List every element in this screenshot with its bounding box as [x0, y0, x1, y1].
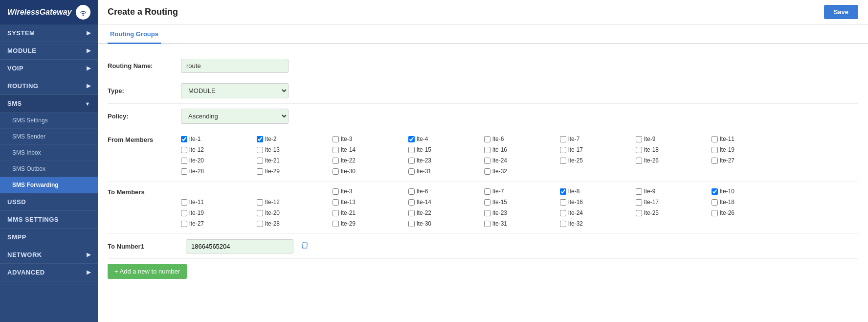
sidebar-item-ussd[interactable]: USSD: [0, 193, 98, 211]
to-member-checkbox-to-lte-30[interactable]: [408, 221, 415, 227]
from-member-label-lte-18: lte-18: [644, 146, 659, 153]
to-member-checkbox-to-lte-13[interactable]: [333, 199, 339, 206]
from-member-checkbox-lte-18[interactable]: [636, 147, 642, 153]
to-member-checkbox-to-lte-32[interactable]: [560, 221, 566, 227]
to-member-checkbox-to-lte-16[interactable]: [560, 199, 566, 206]
to-member-label-to-lte-20: lte-20: [265, 209, 280, 216]
from-member-checkbox-lte-19[interactable]: [712, 147, 718, 153]
from-member-checkbox-lte-25[interactable]: [560, 158, 566, 164]
from-member-lte-27: lte-27: [712, 156, 787, 165]
from-member-checkbox-lte-3[interactable]: [333, 136, 339, 142]
sidebar-item-network[interactable]: NETWORK ▶: [0, 246, 98, 264]
to-member-checkbox-to-lte-10[interactable]: [712, 188, 718, 195]
sidebar-item-voip[interactable]: VOIP ▶: [0, 60, 98, 77]
from-member-lte-20: lte-20: [181, 156, 257, 165]
sidebar-item-module[interactable]: MODULE ▶: [0, 42, 98, 60]
from-member-checkbox-lte-16[interactable]: [484, 147, 490, 153]
to-member-checkbox-to-lte-6[interactable]: [408, 188, 415, 195]
from-member-checkbox-lte-17[interactable]: [560, 147, 566, 153]
from-member-label-lte-17: lte-17: [568, 146, 583, 153]
to-member-checkbox-to-lte-26[interactable]: [712, 210, 718, 216]
sidebar-item-sms[interactable]: SMS ▼: [0, 95, 98, 113]
to-member-checkbox-to-lte-14[interactable]: [408, 199, 415, 206]
sidebar-item-sms-inbox[interactable]: SMS Inbox: [0, 145, 98, 161]
to-member-checkbox-to-lte-18[interactable]: [712, 199, 718, 206]
to-member-checkbox-to-lte-20[interactable]: [257, 210, 263, 216]
from-member-checkbox-lte-31[interactable]: [408, 168, 415, 175]
to-member-checkbox-to-lte-22[interactable]: [408, 210, 415, 216]
from-member-lte-23: lte-23: [408, 156, 484, 165]
from-member-lte-6: lte-6: [484, 134, 560, 144]
to-member-checkbox-to-lte-9[interactable]: [636, 188, 642, 195]
to-member-checkbox-to-lte-3[interactable]: [333, 188, 339, 195]
to-member-checkbox-to-lte-15[interactable]: [484, 199, 490, 206]
from-members-grid: lte-1lte-2lte-3lte-4lte-6lte-7lte-9lte-1…: [181, 134, 858, 176]
from-member-label-lte-27: lte-27: [720, 157, 734, 164]
routing-name-input[interactable]: [181, 59, 289, 73]
save-button[interactable]: Save: [824, 5, 858, 19]
to-member-to-lte-3: lte-3: [333, 186, 408, 196]
from-members-row: From Members lte-1lte-2lte-3lte-4lte-6lt…: [108, 129, 858, 182]
from-member-checkbox-lte-28[interactable]: [181, 168, 187, 175]
to-member-checkbox-to-lte-8[interactable]: [560, 188, 566, 195]
sidebar-item-sms-forwarding[interactable]: SMS Forwarding: [0, 177, 98, 193]
from-member-checkbox-lte-21[interactable]: [257, 158, 263, 164]
sidebar-item-routing[interactable]: ROUTING ▶: [0, 77, 98, 95]
to-member-checkbox-to-lte-12[interactable]: [257, 199, 263, 206]
to-member-checkbox-to-lte-31[interactable]: [484, 221, 490, 227]
to-member-checkbox-to-lte-29[interactable]: [333, 221, 339, 227]
from-member-checkbox-lte-13[interactable]: [257, 147, 263, 153]
to-member-checkbox-to-lte-23[interactable]: [484, 210, 490, 216]
sidebar-item-sms-settings[interactable]: SMS Settings: [0, 113, 98, 129]
to-member-label-to-lte-28: lte-28: [265, 220, 280, 227]
from-member-checkbox-lte-12[interactable]: [181, 147, 187, 153]
sidebar-item-smpp[interactable]: SMPP: [0, 229, 98, 246]
to-member-to-lte-24: lte-24: [560, 208, 636, 218]
from-member-checkbox-lte-11[interactable]: [712, 136, 718, 142]
from-member-checkbox-lte-22[interactable]: [333, 158, 339, 164]
type-select[interactable]: MODULE SIM MANUAL: [181, 83, 289, 98]
from-member-checkbox-lte-7[interactable]: [560, 136, 566, 142]
to-member-checkbox-to-lte-7[interactable]: [484, 188, 490, 195]
tab-routing-groups[interactable]: Routing Groups: [108, 25, 161, 44]
from-member-checkbox-lte-20[interactable]: [181, 158, 187, 164]
from-member-checkbox-lte-27[interactable]: [712, 158, 718, 164]
from-member-checkbox-lte-14[interactable]: [333, 147, 339, 153]
from-member-checkbox-lte-32[interactable]: [484, 168, 490, 175]
to-member-checkbox-to-lte-27[interactable]: [181, 221, 187, 227]
to-member-checkbox-to-lte-24[interactable]: [560, 210, 566, 216]
to-member-checkbox-to-lte-25[interactable]: [636, 210, 642, 216]
to-member-checkbox-to-lte-17[interactable]: [636, 199, 642, 206]
from-member-lte-24: lte-24: [484, 156, 560, 165]
from-member-checkbox-lte-26[interactable]: [636, 158, 642, 164]
to-member-checkbox-to-lte-21[interactable]: [333, 210, 339, 216]
sidebar-item-sms-sender[interactable]: SMS Sender: [0, 129, 98, 145]
sidebar-item-sms-outbox[interactable]: SMS Outbox: [0, 161, 98, 177]
sidebar-item-system[interactable]: SYSTEM ▶: [0, 24, 98, 42]
wifi-icon: [76, 5, 90, 20]
from-member-checkbox-lte-2[interactable]: [257, 136, 263, 142]
from-member-checkbox-lte-1[interactable]: [181, 136, 187, 142]
to-members-label: To Members: [108, 186, 181, 196]
from-member-checkbox-lte-23[interactable]: [408, 158, 415, 164]
from-member-lte-29: lte-29: [257, 166, 333, 176]
sidebar-item-advanced[interactable]: ADVANCED ▶: [0, 264, 98, 281]
to-number-input[interactable]: [186, 239, 293, 253]
add-number-button[interactable]: + Add a new to number: [108, 264, 187, 279]
from-member-checkbox-lte-29[interactable]: [257, 168, 263, 175]
to-member-to-lte-25: lte-25: [636, 208, 712, 218]
from-member-label-lte-19: lte-19: [720, 146, 734, 153]
to-member-checkbox-to-lte-19[interactable]: [181, 210, 187, 216]
to-member-checkbox-to-lte-28[interactable]: [257, 221, 263, 227]
to-member-checkbox-to-lte-11[interactable]: [181, 199, 187, 206]
from-member-checkbox-lte-6[interactable]: [484, 136, 490, 142]
from-member-checkbox-lte-15[interactable]: [408, 147, 415, 153]
from-member-checkbox-lte-24[interactable]: [484, 158, 490, 164]
from-member-checkbox-lte-30[interactable]: [333, 168, 339, 175]
sidebar-item-mms[interactable]: MMS Settings: [0, 211, 98, 229]
from-member-checkbox-lte-9[interactable]: [636, 136, 642, 142]
delete-number-button[interactable]: [298, 239, 311, 253]
policy-select[interactable]: Ascending Descending Round Robin Random: [181, 109, 289, 124]
from-member-checkbox-lte-4[interactable]: [408, 136, 415, 142]
chevron-right-icon: ▶: [87, 30, 91, 36]
